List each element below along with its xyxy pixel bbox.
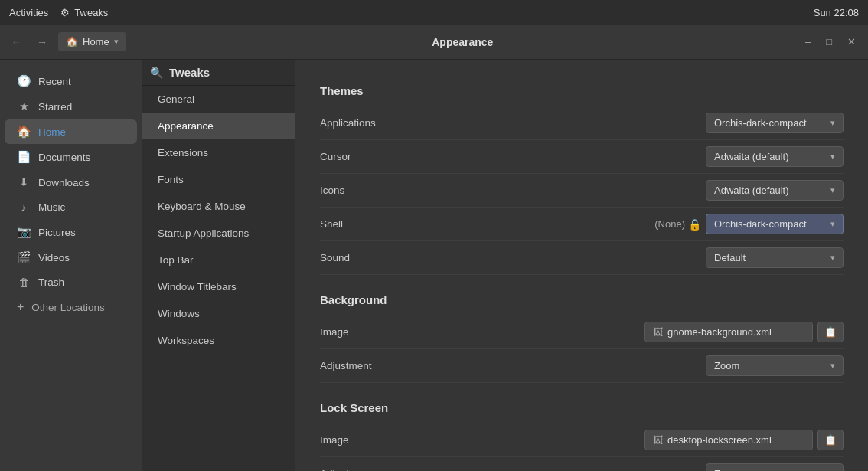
lock-image-row: Image 🖼 desktop-lockscreen.xml 📋 — [320, 424, 844, 457]
lock-copy-button[interactable]: 📋 — [817, 430, 844, 450]
sidebar-label-trash: Trash — [38, 276, 64, 288]
icons-controls: Adwaita (default) ▾ — [706, 180, 844, 201]
sidebar: 🕐 Recent ★ Starred 🏠 Home 📄 Documents ⬇ — [0, 60, 142, 471]
search-icon: 🔍 — [150, 67, 163, 79]
home-chevron: ▾ — [114, 37, 119, 47]
shell-dropdown-arrow: ▾ — [830, 219, 835, 229]
sidebar-item-pictures[interactable]: 📷 Pictures — [5, 220, 137, 244]
applications-value: Orchis-dark-compact — [714, 117, 807, 129]
cursor-row: Cursor Adwaita (default) ▾ — [320, 140, 844, 174]
shell-dropdown[interactable]: Orchis-dark-compact ▾ — [706, 214, 844, 234]
tweaks-startup[interactable]: Startup Applications — [142, 220, 295, 247]
maximize-button[interactable]: □ — [820, 33, 838, 51]
activities-button[interactable]: Activities — [9, 7, 48, 18]
lock-image-label: Image — [320, 434, 644, 446]
sidebar-item-videos[interactable]: 🎬 Videos — [5, 245, 137, 270]
shell-none-badge: (None) 🔒 — [654, 218, 701, 231]
cursor-dropdown[interactable]: Adwaita (default) ▾ — [706, 146, 844, 167]
forward-button[interactable]: → — [32, 33, 52, 51]
lock-image-controls: 🖼 desktop-lockscreen.xml 📋 — [644, 430, 844, 450]
sidebar-item-music[interactable]: ♪ Music — [5, 195, 137, 219]
sidebar-item-downloads[interactable]: ⬇ Downloads — [5, 170, 137, 195]
lock-adjustment-label: Adjustment — [320, 468, 706, 471]
sidebar-label-documents: Documents — [38, 152, 90, 163]
cursor-dropdown-arrow: ▾ — [830, 152, 835, 162]
bg-image-label: Image — [320, 326, 644, 338]
shell-warning-icon: 🔒 — [688, 218, 701, 231]
shell-value: Orchis-dark-compact — [714, 218, 807, 230]
applications-label: Applications — [320, 117, 706, 129]
sidebar-label-recent: Recent — [38, 76, 71, 87]
app-name: ⚙ Tweaks — [60, 7, 108, 18]
home-icon: 🏠 — [66, 36, 78, 47]
lock-adjustment-row: Adjustment Zoom ▾ — [320, 457, 844, 471]
back-button[interactable]: ← — [6, 33, 26, 51]
main-layout: 🕐 Recent ★ Starred 🏠 Home 📄 Documents ⬇ — [0, 60, 868, 471]
bg-image-row: Image 🖼 gnome-background.xml 📋 — [320, 316, 844, 349]
tweaks-keyboard-mouse[interactable]: Keyboard & Mouse — [142, 193, 295, 220]
sound-row: Sound Default ▾ — [320, 241, 844, 275]
downloads-icon: ⬇ — [17, 175, 31, 189]
icons-row: Icons Adwaita (default) ▾ — [320, 174, 844, 208]
window-title: Appearance — [132, 36, 793, 48]
sidebar-label-pictures: Pictures — [38, 227, 76, 238]
bg-file-name: gnome-background.xml — [667, 326, 772, 338]
bg-adjustment-arrow: ▾ — [830, 361, 835, 371]
tweaks-title: Tweaks — [169, 66, 210, 79]
pictures-icon: 📷 — [17, 225, 31, 239]
bg-image-controls: 🖼 gnome-background.xml 📋 — [644, 322, 844, 342]
sidebar-label-home: Home — [38, 126, 66, 138]
sidebar-item-home[interactable]: 🏠 Home — [5, 119, 137, 144]
applications-dropdown-arrow: ▾ — [830, 118, 835, 128]
bg-image-file[interactable]: 🖼 gnome-background.xml — [644, 322, 813, 342]
bg-adjustment-controls: Zoom ▾ — [706, 355, 844, 376]
bg-copy-button[interactable]: 📋 — [817, 322, 844, 342]
shell-none-text: (None) — [654, 218, 685, 230]
sidebar-label-videos: Videos — [38, 252, 70, 263]
bg-adjustment-value: Zoom — [714, 360, 739, 371]
sidebar-nav-section: 🕐 Recent ★ Starred 🏠 Home 📄 Documents ⬇ — [0, 69, 142, 294]
tweaks-windows[interactable]: Windows — [142, 300, 295, 327]
tweaks-general[interactable]: General — [142, 86, 295, 113]
sidebar-item-documents[interactable]: 📄 Documents — [5, 145, 137, 169]
tweaks-icon: ⚙ — [60, 7, 70, 18]
tweaks-workspaces[interactable]: Workspaces — [142, 327, 295, 354]
home-button[interactable]: 🏠 Home ▾ — [58, 32, 126, 51]
bg-adjustment-dropdown[interactable]: Zoom ▾ — [706, 355, 844, 376]
lock-file-name: desktop-lockscreen.xml — [667, 434, 772, 446]
sidebar-item-recent[interactable]: 🕐 Recent — [5, 69, 137, 93]
lock-adjustment-dropdown[interactable]: Zoom ▾ — [706, 463, 844, 471]
tweaks-fonts[interactable]: Fonts — [142, 166, 295, 193]
themes-section-title: Themes — [320, 84, 844, 97]
tweaks-search-bar: 🔍 Tweaks — [142, 60, 295, 86]
bg-adjustment-row: Adjustment Zoom ▾ — [320, 349, 844, 383]
tweaks-appearance[interactable]: Appearance — [142, 113, 295, 139]
icons-dropdown-arrow: ▾ — [830, 185, 835, 195]
background-section-title: Background — [320, 293, 844, 306]
app-container: ← → 🏠 Home ▾ Appearance – □ ✕ 🕐 Recent ★ — [0, 25, 868, 471]
bg-file-icon: 🖼 — [653, 326, 663, 338]
applications-dropdown[interactable]: Orchis-dark-compact ▾ — [706, 113, 844, 133]
other-locations-item[interactable]: + Other Locations — [5, 295, 137, 319]
shell-controls: (None) 🔒 Orchis-dark-compact ▾ — [654, 214, 844, 234]
sidebar-label-starred: Starred — [38, 101, 72, 113]
starred-icon: ★ — [17, 100, 31, 113]
tweaks-extensions[interactable]: Extensions — [142, 139, 295, 166]
close-button[interactable]: ✕ — [841, 33, 862, 51]
other-locations-label: Other Locations — [31, 302, 104, 313]
lock-adjustment-controls: Zoom ▾ — [706, 463, 844, 471]
sidebar-item-trash[interactable]: 🗑 Trash — [5, 270, 137, 294]
system-time: Sun 22:08 — [814, 7, 859, 18]
icons-dropdown[interactable]: Adwaita (default) ▾ — [706, 180, 844, 201]
sound-label: Sound — [320, 252, 706, 263]
sound-dropdown[interactable]: Default ▾ — [706, 247, 844, 268]
tweaks-top-bar[interactable]: Top Bar — [142, 247, 295, 273]
recent-icon: 🕐 — [17, 74, 31, 88]
applications-row: Applications Orchis-dark-compact ▾ — [320, 106, 844, 140]
tweaks-window-titlebars[interactable]: Window Titlebars — [142, 273, 295, 300]
lock-image-file[interactable]: 🖼 desktop-lockscreen.xml — [644, 430, 813, 450]
sidebar-item-starred[interactable]: ★ Starred — [5, 94, 137, 119]
minimize-button[interactable]: – — [799, 33, 817, 51]
shell-label: Shell — [320, 218, 654, 230]
sound-dropdown-arrow: ▾ — [830, 253, 835, 263]
